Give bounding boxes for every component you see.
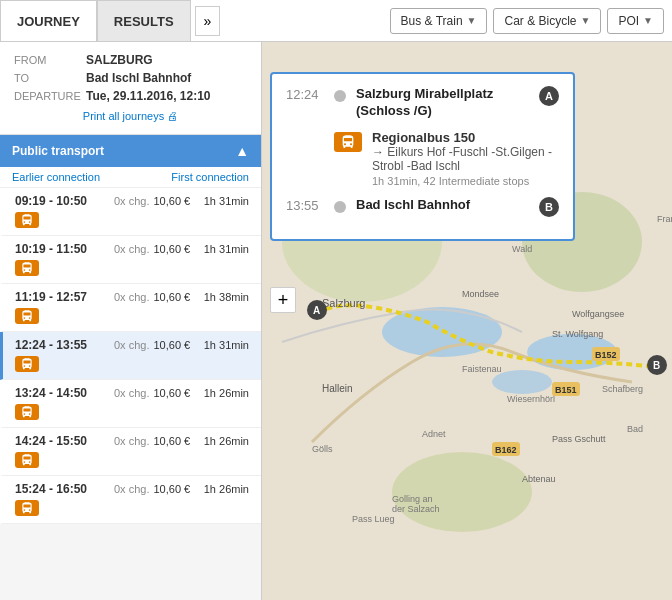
connection-item[interactable]: 09:19 - 10:50 0x chg. 10,60 € 1h 31min bbox=[0, 188, 261, 236]
svg-text:Golling an: Golling an bbox=[392, 494, 433, 504]
conn-price: 10,60 € bbox=[153, 291, 190, 303]
map-area[interactable]: Salzburg Mondsee St. Wolfgang Wolfgangse… bbox=[262, 42, 672, 600]
stop-a-dot bbox=[334, 90, 346, 102]
bus-details: 1h 31min, 42 Intermediate stops bbox=[372, 175, 559, 187]
car-bicycle-arrow: ▼ bbox=[581, 15, 591, 26]
bus-icon bbox=[15, 308, 39, 324]
svg-text:B162: B162 bbox=[495, 445, 517, 455]
bus-info: Regionalbus 150 → Eilkurs Hof -Fuschl -S… bbox=[372, 130, 559, 187]
tab-results[interactable]: RESULTS bbox=[97, 0, 191, 41]
connection-item[interactable]: 12:24 - 13:55 0x chg. 10,60 € 1h 31min bbox=[0, 332, 261, 380]
collapse-arrow[interactable]: ▲ bbox=[235, 143, 249, 159]
svg-text:Pass Lueg: Pass Lueg bbox=[352, 514, 395, 524]
print-link[interactable]: Print all journeys 🖨 bbox=[12, 106, 249, 126]
conn-time: 09:19 - 10:50 bbox=[15, 194, 110, 208]
svg-text:B152: B152 bbox=[595, 350, 617, 360]
svg-text:Faistenau: Faistenau bbox=[462, 364, 502, 374]
top-toolbar: JOURNEY RESULTS » Bus & Train ▼ Car & Bi… bbox=[0, 0, 672, 42]
poi-arrow: ▼ bbox=[643, 15, 653, 26]
earlier-connection-link[interactable]: Earlier connection bbox=[12, 171, 100, 183]
conn-price: 10,60 € bbox=[153, 483, 190, 495]
svg-text:Frankenbur: Frankenbur bbox=[657, 214, 672, 224]
departure-value: Tue, 29.11.2016, 12:10 bbox=[86, 88, 247, 104]
bus-icon bbox=[334, 132, 362, 152]
to-label: TO bbox=[14, 70, 84, 86]
public-transport-label: Public transport bbox=[12, 144, 104, 158]
bus-icon bbox=[15, 500, 39, 516]
svg-text:Gölls: Gölls bbox=[312, 444, 333, 454]
conn-duration: 1h 26min bbox=[204, 387, 249, 399]
conn-time: 11:19 - 12:57 bbox=[15, 290, 110, 304]
svg-text:St. Wolfgang: St. Wolfgang bbox=[552, 329, 603, 339]
stop-b-dot bbox=[334, 201, 346, 213]
car-bicycle-label: Car & Bicycle bbox=[504, 14, 576, 28]
conn-changes: 0x chg. bbox=[114, 339, 149, 351]
zoom-in-button[interactable]: + bbox=[270, 287, 296, 313]
conn-duration: 1h 31min bbox=[204, 195, 249, 207]
connection-item[interactable]: 15:24 - 16:50 0x chg. 10,60 € 1h 26min bbox=[0, 476, 261, 524]
connection-row: 13:24 - 14:50 0x chg. 10,60 € 1h 26min bbox=[15, 386, 249, 400]
connection-row: 11:19 - 12:57 0x chg. 10,60 € 1h 38min bbox=[15, 290, 249, 304]
conn-duration: 1h 38min bbox=[204, 291, 249, 303]
bus-icon bbox=[15, 356, 39, 372]
car-bicycle-dropdown[interactable]: Car & Bicycle ▼ bbox=[493, 8, 601, 34]
bus-train-dropdown[interactable]: Bus & Train ▼ bbox=[390, 8, 488, 34]
svg-text:Pass Gschutt: Pass Gschutt bbox=[552, 434, 606, 444]
route-info-popup: 12:24 Salzburg Mirabellplatz (Schloss /G… bbox=[270, 72, 575, 241]
connection-item[interactable]: 10:19 - 11:50 0x chg. 10,60 € 1h 31min bbox=[0, 236, 261, 284]
poi-dropdown[interactable]: POI ▼ bbox=[607, 8, 664, 34]
svg-text:der Salzach: der Salzach bbox=[392, 504, 440, 514]
main-content: FROM SALZBURG TO Bad Ischl Bahnhof DEPAR… bbox=[0, 42, 672, 600]
bus-icon bbox=[15, 404, 39, 420]
conn-time: 14:24 - 15:50 bbox=[15, 434, 110, 448]
svg-text:Wald: Wald bbox=[512, 244, 532, 254]
svg-text:Adnet: Adnet bbox=[422, 429, 446, 439]
first-connection-link[interactable]: First connection bbox=[171, 171, 249, 183]
departure-label: DEPARTURE bbox=[14, 88, 84, 104]
connection-row: 15:24 - 16:50 0x chg. 10,60 € 1h 26min bbox=[15, 482, 249, 496]
conn-changes: 0x chg. bbox=[114, 243, 149, 255]
conn-duration: 1h 31min bbox=[204, 339, 249, 351]
conn-changes: 0x chg. bbox=[114, 291, 149, 303]
svg-text:Wiesernhörl: Wiesernhörl bbox=[507, 394, 555, 404]
bus-route: → Eilkurs Hof -Fuschl -St.Gilgen - Strob… bbox=[372, 145, 559, 173]
stop-b-label: B bbox=[539, 197, 559, 217]
connection-row: 14:24 - 15:50 0x chg. 10,60 € 1h 26min bbox=[15, 434, 249, 448]
conn-duration: 1h 31min bbox=[204, 243, 249, 255]
conn-price: 10,60 € bbox=[153, 339, 190, 351]
svg-text:B: B bbox=[653, 360, 660, 371]
stop-b-time: 13:55 bbox=[286, 197, 324, 213]
svg-text:B151: B151 bbox=[555, 385, 577, 395]
stop-a-label: A bbox=[539, 86, 559, 106]
stop-b-name: Bad Ischl Bahnhof bbox=[356, 197, 529, 214]
conn-time: 13:24 - 14:50 bbox=[15, 386, 110, 400]
stop-a-time: 12:24 bbox=[286, 86, 324, 102]
conn-changes: 0x chg. bbox=[114, 387, 149, 399]
connection-list: 09:19 - 10:50 0x chg. 10,60 € 1h 31min 1… bbox=[0, 188, 261, 524]
bus-train-arrow: ▼ bbox=[467, 15, 477, 26]
bus-icon bbox=[15, 452, 39, 468]
conn-time: 12:24 - 13:55 bbox=[15, 338, 110, 352]
svg-point-6 bbox=[392, 452, 532, 532]
svg-text:Mondsee: Mondsee bbox=[462, 289, 499, 299]
connection-item[interactable]: 14:24 - 15:50 0x chg. 10,60 € 1h 26min bbox=[0, 428, 261, 476]
svg-text:Abtenau: Abtenau bbox=[522, 474, 556, 484]
connection-row: 10:19 - 11:50 0x chg. 10,60 € 1h 31min bbox=[15, 242, 249, 256]
tab-expand[interactable]: » bbox=[195, 6, 221, 36]
conn-price: 10,60 € bbox=[153, 243, 190, 255]
conn-time: 10:19 - 11:50 bbox=[15, 242, 110, 256]
connection-row: 12:24 - 13:55 0x chg. 10,60 € 1h 31min bbox=[15, 338, 249, 352]
journey-info: FROM SALZBURG TO Bad Ischl Bahnhof DEPAR… bbox=[0, 42, 261, 135]
svg-text:Bad: Bad bbox=[627, 424, 643, 434]
public-transport-header: Public transport ▲ bbox=[0, 135, 261, 167]
svg-text:Wolfgangsee: Wolfgangsee bbox=[572, 309, 624, 319]
conn-time: 15:24 - 16:50 bbox=[15, 482, 110, 496]
popup-bus-row: Regionalbus 150 → Eilkurs Hof -Fuschl -S… bbox=[286, 130, 559, 187]
to-value: Bad Ischl Bahnhof bbox=[86, 70, 247, 86]
svg-text:Salzburg: Salzburg bbox=[322, 297, 365, 309]
conn-changes: 0x chg. bbox=[114, 435, 149, 447]
conn-changes: 0x chg. bbox=[114, 483, 149, 495]
tab-journey[interactable]: JOURNEY bbox=[0, 0, 97, 41]
connection-item[interactable]: 13:24 - 14:50 0x chg. 10,60 € 1h 26min bbox=[0, 380, 261, 428]
connection-item[interactable]: 11:19 - 12:57 0x chg. 10,60 € 1h 38min bbox=[0, 284, 261, 332]
